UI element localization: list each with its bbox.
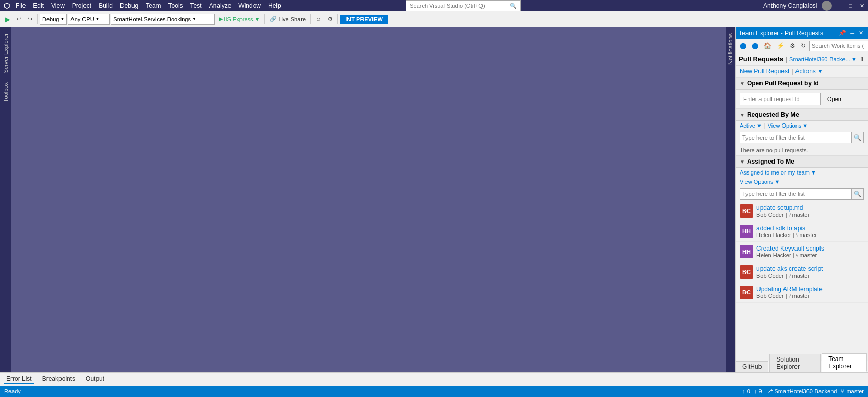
te-search-input[interactable] bbox=[809, 41, 868, 51]
menu-bar: ⬡ File Edit View Project Build Debug Tea… bbox=[0, 0, 868, 11]
te-connect-btn[interactable]: ⚡ bbox=[775, 41, 787, 51]
pr-title[interactable]: Created Keyvault scripts bbox=[756, 245, 864, 252]
assigned-view-options-link[interactable]: View Options ▼ bbox=[740, 179, 780, 185]
requested-by-me-header[interactable]: ▼ Requested By Me bbox=[736, 109, 868, 121]
left-sidebar: Server Explorer Toolbox bbox=[0, 27, 11, 372]
te-header: Team Explorer - Pull Requests 📌 ─ ✕ bbox=[736, 27, 868, 39]
status-repo[interactable]: ⎇ SmartHotel360-Backend bbox=[766, 388, 837, 395]
pr-title[interactable]: Updating ARM template bbox=[756, 286, 864, 293]
menu-help[interactable]: Help bbox=[265, 1, 284, 10]
chevron-down-icon-4: ▼ bbox=[255, 16, 260, 22]
te-home-btn[interactable]: 🏠 bbox=[762, 41, 774, 51]
tool-tab-error-list[interactable]: Error List bbox=[4, 374, 34, 384]
pr-list-item[interactable]: HH Created Keyvault scripts Helen Hacker… bbox=[736, 242, 868, 262]
live-share-btn[interactable]: 🔗 Live Share bbox=[267, 14, 308, 24]
int-preview-btn[interactable]: INT PREVIEW bbox=[340, 15, 388, 24]
te-forward-btn[interactable]: ⬤ bbox=[750, 41, 761, 51]
run-label: IIS Express bbox=[224, 16, 253, 22]
menu-debug[interactable]: Debug bbox=[117, 1, 141, 10]
view-options-dropdown-icon: ▼ bbox=[802, 122, 808, 129]
chevron-down-icon: ▼ bbox=[60, 17, 64, 21]
pr-meta: Helen Hacker | ⑂ master bbox=[756, 252, 864, 258]
te-close-btn[interactable]: ✕ bbox=[857, 29, 865, 37]
pr-list-item[interactable]: HH added sdk to apis Helen Hacker | ⑂ ma… bbox=[736, 221, 868, 242]
pr-list-item[interactable]: BC update aks create script Bob Coder | … bbox=[736, 262, 868, 282]
repo-icon: ⎇ bbox=[766, 388, 773, 395]
menu-view[interactable]: View bbox=[48, 1, 68, 10]
minimize-btn[interactable]: ─ bbox=[836, 2, 843, 9]
status-ready: Ready bbox=[4, 388, 21, 394]
vs-search-input[interactable] bbox=[409, 3, 508, 9]
tool-tab-breakpoints[interactable]: Breakpoints bbox=[40, 374, 77, 384]
platform-dropdown[interactable]: Any CPU ▼ bbox=[68, 14, 110, 25]
requested-search-icon[interactable]: 🔍 bbox=[852, 132, 864, 143]
assigned-search-icon[interactable]: 🔍 bbox=[852, 188, 864, 200]
platform-label: Any CPU bbox=[70, 16, 94, 22]
solution-config-dropdown[interactable]: Debug ▼ bbox=[40, 14, 67, 25]
status-arrows-down: ↓ 9 bbox=[754, 388, 762, 394]
pr-list-item[interactable]: BC update setup.md Bob Coder | ⑂ master bbox=[736, 201, 868, 221]
undo-btn[interactable]: ↩ bbox=[14, 14, 24, 24]
run-iis-btn[interactable]: ▶ IIS Express ▼ bbox=[216, 14, 262, 24]
tool-tab-output[interactable]: Output bbox=[83, 374, 106, 384]
menu-edit[interactable]: Edit bbox=[30, 1, 47, 10]
pr-list-item[interactable]: BC Updating ARM template Bob Coder | ⑂ m… bbox=[736, 282, 868, 303]
notifications-tab[interactable]: Notifications bbox=[726, 29, 734, 69]
pr-title[interactable]: added sdk to apis bbox=[756, 225, 864, 232]
menu-window[interactable]: Window bbox=[235, 1, 264, 10]
menu-project[interactable]: Project bbox=[69, 1, 94, 10]
menu-test[interactable]: Test bbox=[187, 1, 205, 10]
te-settings-btn[interactable]: ⚙ bbox=[788, 41, 798, 51]
section-collapse-icon-3: ▼ bbox=[740, 159, 745, 165]
te-separator: | bbox=[786, 56, 787, 63]
pr-items-list: BC update setup.md Bob Coder | ⑂ master … bbox=[736, 201, 868, 303]
te-auto-hide-btn[interactable]: ─ bbox=[849, 29, 856, 37]
pr-id-input[interactable] bbox=[740, 93, 821, 105]
requested-filter-input[interactable] bbox=[740, 132, 852, 143]
te-expand-btn[interactable]: ⬆ bbox=[860, 56, 865, 63]
requested-by-me-section: ▼ Requested By Me Active ▼ | View Option… bbox=[736, 109, 868, 156]
assigned-filter-link[interactable]: Assigned to me or my team ▼ bbox=[740, 169, 816, 176]
menu-file[interactable]: File bbox=[13, 1, 29, 10]
pr-title[interactable]: update setup.md bbox=[756, 204, 864, 212]
start-btn[interactable]: ▶ bbox=[2, 14, 13, 25]
tab-team-explorer[interactable]: Team Explorer bbox=[822, 353, 867, 372]
pr-info: Updating ARM template Bob Coder | ⑂ mast… bbox=[756, 286, 864, 299]
tab-github[interactable]: GitHub bbox=[736, 361, 768, 372]
te-repo-dropdown[interactable]: SmartHotel360-Backe... ▼ bbox=[789, 56, 857, 63]
te-refresh-btn[interactable]: ↻ bbox=[799, 41, 808, 51]
status-branch[interactable]: ⑂ master bbox=[841, 388, 864, 394]
requested-filter-row: Active ▼ | View Options ▼ bbox=[736, 121, 868, 130]
sidebar-item-server-explorer[interactable]: Server Explorer bbox=[1, 29, 11, 77]
pr-open-button[interactable]: Open bbox=[823, 93, 846, 105]
menu-team[interactable]: Team bbox=[142, 1, 164, 10]
te-title: Pull Requests bbox=[739, 55, 783, 63]
open-pr-section-header[interactable]: ▼ Open Pull Request by Id bbox=[736, 78, 868, 90]
menu-build[interactable]: Build bbox=[95, 1, 116, 10]
te-back-btn[interactable]: ⬤ bbox=[738, 41, 749, 51]
pr-avatar: HH bbox=[740, 225, 753, 238]
assigned-to-me-header[interactable]: ▼ Assigned To Me bbox=[736, 156, 868, 168]
menu-analyze[interactable]: Analyze bbox=[206, 1, 235, 10]
ext-btn[interactable]: ⚙ bbox=[325, 14, 335, 24]
redo-btn[interactable]: ↪ bbox=[25, 14, 35, 24]
close-btn[interactable]: ✕ bbox=[858, 2, 866, 10]
te-pin-btn[interactable]: 📌 bbox=[837, 29, 848, 37]
debug-config-label: Debug bbox=[42, 16, 59, 22]
actions-link[interactable]: Actions bbox=[795, 68, 816, 75]
new-pull-request-link[interactable]: New Pull Request bbox=[740, 68, 789, 75]
main-area: Server Explorer Toolbox Notifications Te… bbox=[0, 27, 868, 372]
active-filter-link[interactable]: Active ▼ bbox=[740, 122, 762, 129]
pr-title[interactable]: update aks create script bbox=[756, 265, 864, 272]
feedback-btn[interactable]: ☺ bbox=[313, 15, 324, 24]
assigned-filter-label: Assigned to me or my team bbox=[740, 169, 810, 176]
menu-tools[interactable]: Tools bbox=[165, 1, 186, 10]
sidebar-item-toolbox[interactable]: Toolbox bbox=[1, 78, 11, 106]
assigned-filter-input[interactable] bbox=[740, 188, 852, 200]
project-dropdown[interactable]: SmartHotel.Services.Bookings ▼ bbox=[111, 14, 215, 25]
bottom-tool-windows: Error List Breakpoints Output bbox=[0, 372, 868, 386]
vs-logo: ⬡ bbox=[2, 1, 11, 10]
view-options-link[interactable]: View Options ▼ bbox=[768, 122, 809, 129]
restore-btn[interactable]: □ bbox=[847, 2, 854, 9]
tab-solution-explorer[interactable]: Solution Explorer bbox=[769, 354, 821, 372]
